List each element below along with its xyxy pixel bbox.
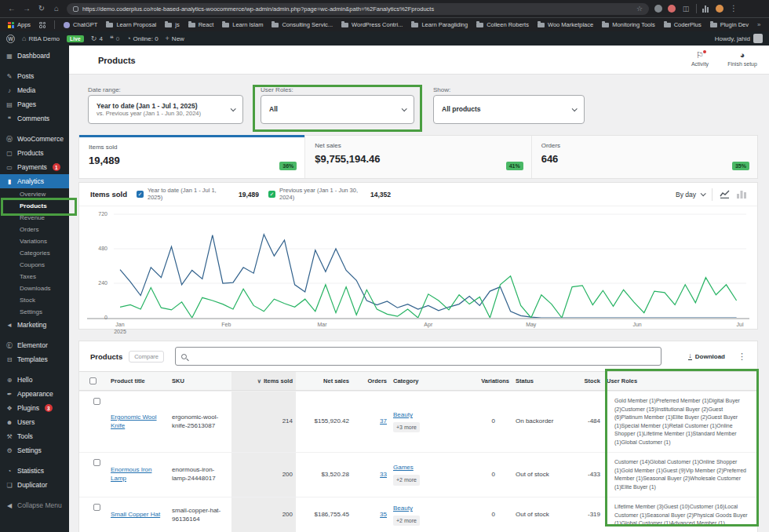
show-select[interactable]: All products bbox=[433, 95, 585, 124]
column-header-net-sales[interactable]: Net sales bbox=[296, 372, 352, 390]
address-bar[interactable]: https://demo.coderplus.co/role-based-ana… bbox=[67, 3, 649, 15]
legend-previous-period[interactable]: ✓ Previous year (Jan 1 - Jun 30, 2024) 1… bbox=[268, 188, 391, 201]
summary-card-items-sold[interactable]: Items sold 19,489 36% bbox=[79, 135, 304, 178]
sidebar-item-elementor[interactable]: ⒺElementor bbox=[0, 338, 69, 352]
bookmark-js[interactable]: js bbox=[165, 21, 179, 28]
summary-card-net-sales[interactable]: Net sales $9,755,194.46 41% bbox=[304, 135, 530, 178]
column-header-product-title[interactable]: Product title bbox=[108, 372, 169, 390]
sidebar-item-templates[interactable]: ⊟Templates bbox=[0, 352, 69, 366]
product-title-link[interactable]: Small Copper Hat bbox=[111, 511, 160, 519]
account-menu[interactable]: Howdy, jahid bbox=[715, 34, 763, 43]
submenu-item-downloads[interactable]: Downloads bbox=[0, 282, 69, 294]
extensions-icon[interactable]: ◫ bbox=[681, 4, 691, 13]
bookmarks-overflow-chevron[interactable]: » bbox=[757, 21, 760, 28]
user-roles-select[interactable]: All bbox=[261, 95, 414, 124]
browser-menu-icon[interactable]: ⋮ bbox=[729, 0, 738, 17]
bookmark-learn-paragliding[interactable]: Learn Paragliding bbox=[411, 21, 468, 28]
sidebar-item-analytics[interactable]: ▮Analytics bbox=[0, 174, 69, 188]
table-menu-icon[interactable]: ⋮ bbox=[738, 352, 746, 362]
column-header-stock[interactable]: Stock bbox=[566, 372, 603, 390]
sidebar-item-posts[interactable]: ✎Posts bbox=[0, 69, 69, 83]
download-button[interactable]: ↓ Download bbox=[688, 352, 725, 360]
category-link[interactable]: Beauty bbox=[393, 505, 413, 513]
home-icon[interactable]: ⌂ bbox=[52, 0, 61, 17]
submenu-item-variations[interactable]: Variations bbox=[0, 235, 69, 247]
submenu-item-categories[interactable]: Categories bbox=[0, 247, 69, 259]
column-header-status[interactable]: Status bbox=[512, 372, 566, 390]
orders-link[interactable]: 35 bbox=[380, 511, 387, 519]
product-search-input[interactable] bbox=[175, 347, 661, 366]
orders-link[interactable]: 33 bbox=[380, 471, 387, 479]
row-checkbox[interactable] bbox=[93, 459, 100, 466]
bookmark-woo-marketplace[interactable]: Woo Marketplace bbox=[538, 21, 593, 28]
sidebar-item-statistics[interactable]: ◔Statistics bbox=[0, 464, 69, 478]
sidebar-item-appearance[interactable]: ✒Appearance bbox=[0, 387, 69, 401]
category-link[interactable]: Games bbox=[393, 464, 414, 472]
bookmark-learn-proposal[interactable]: Learn Proposal bbox=[106, 21, 156, 28]
bookmark-learn-islam[interactable]: Learn Islam bbox=[222, 21, 263, 28]
sidebar-item-woocommerce[interactable]: ⓌWooCommerce bbox=[0, 132, 69, 146]
sidebar-item-products[interactable]: ▢Products bbox=[0, 146, 69, 160]
bookmark-wordpress-contri[interactable]: WordPress Contri... bbox=[341, 21, 403, 28]
bookmark-plugin-dev[interactable]: Plugin Dev bbox=[710, 21, 749, 28]
bookmark-react[interactable]: React bbox=[188, 21, 214, 28]
bookmark-item[interactable] bbox=[39, 22, 46, 28]
submenu-item-stock[interactable]: Stock bbox=[0, 294, 69, 306]
chart-plot-area[interactable]: 0240480720 Jan2025FebMarAprMayJunJul bbox=[79, 206, 757, 329]
sidebar-item-collapse-menu[interactable]: ◀Collapse Menu bbox=[0, 498, 69, 512]
comments-menu[interactable]: ❝ 0 bbox=[110, 35, 119, 42]
bookmark-colleen-roberts[interactable]: Colleen Roberts bbox=[476, 21, 529, 28]
row-checkbox[interactable] bbox=[93, 398, 100, 405]
category-more-chip[interactable]: +3 more bbox=[393, 422, 420, 432]
checkbox-checked-icon[interactable]: ✓ bbox=[268, 191, 275, 198]
site-name-menu[interactable]: ⌂ RBA Demo bbox=[22, 35, 60, 42]
reload-icon[interactable]: ↻ bbox=[37, 0, 46, 17]
extension-icon-pink[interactable] bbox=[668, 5, 676, 13]
legend-current-period[interactable]: ✓ Year to date (Jan 1 - Jul 1, 2025) 19,… bbox=[137, 188, 259, 201]
column-header-items-sold[interactable]: ∨Items sold bbox=[231, 372, 296, 390]
row-checkbox[interactable] bbox=[93, 504, 100, 511]
column-header-variations[interactable]: Variations bbox=[459, 372, 512, 390]
sidebar-item-tools[interactable]: ⚒Tools bbox=[0, 429, 69, 443]
column-header-checkbox[interactable] bbox=[86, 372, 108, 390]
sidebar-item-hello[interactable]: ⊕Hello bbox=[0, 373, 69, 387]
new-content-menu[interactable]: + New bbox=[166, 35, 184, 42]
updates-menu[interactable]: ↻ 4 bbox=[91, 35, 103, 42]
column-header-sku[interactable]: SKU bbox=[169, 372, 231, 390]
wordpress-logo-icon[interactable]: W bbox=[6, 35, 15, 43]
date-range-select[interactable]: Year to date (Jan 1 - Jul 1, 2025) vs. P… bbox=[88, 95, 243, 124]
bookmark-chatgpt[interactable]: ChatGPT bbox=[64, 21, 97, 28]
orders-link[interactable]: 37 bbox=[380, 417, 387, 426]
category-link[interactable]: Beauty bbox=[393, 411, 413, 420]
select-all-checkbox[interactable] bbox=[89, 377, 97, 384]
online-menu[interactable]: ◔ Online: 0 bbox=[126, 35, 158, 42]
bar-chart-toggle-icon[interactable] bbox=[737, 190, 746, 199]
bookmark-star-icon[interactable]: ☆ bbox=[636, 5, 643, 13]
category-more-chip[interactable]: +2 more bbox=[393, 475, 420, 485]
site-info-icon[interactable] bbox=[73, 6, 78, 12]
submenu-item-coupons[interactable]: Coupons bbox=[0, 259, 69, 271]
profile-avatar[interactable] bbox=[716, 5, 723, 13]
product-title-link[interactable]: Enormous Iron Lamp bbox=[111, 466, 166, 483]
sidebar-item-users[interactable]: ☻Users bbox=[0, 415, 69, 429]
bookmark-coderplus[interactable]: CoderPlus bbox=[664, 21, 702, 28]
sidebar-item-dashboard[interactable]: ▦Dashboard bbox=[0, 49, 69, 63]
sidebar-item-payments[interactable]: ▭Payments1 bbox=[0, 160, 69, 174]
submenu-item-products[interactable]: Products bbox=[0, 200, 69, 212]
submenu-item-revenue[interactable]: Revenue bbox=[0, 212, 69, 224]
product-title-link[interactable]: Ergonomic Wool Knife bbox=[111, 414, 166, 431]
sidebar-item-plugins[interactable]: ❖Plugins3 bbox=[0, 401, 69, 415]
checkbox-checked-icon[interactable]: ✓ bbox=[137, 191, 144, 198]
column-header-category[interactable]: Category bbox=[390, 372, 459, 390]
column-header-orders[interactable]: Orders bbox=[352, 372, 390, 390]
category-more-chip[interactable]: +2 more bbox=[393, 516, 420, 526]
sidebar-item-comments[interactable]: ❝Comments bbox=[0, 111, 69, 126]
line-chart-toggle-icon[interactable] bbox=[720, 190, 730, 199]
screenshot-tool-icon[interactable] bbox=[654, 5, 662, 13]
bookmark-monitoring-tools[interactable]: Monitoring Tools bbox=[602, 21, 654, 28]
bookmark-apps[interactable]: Apps bbox=[8, 21, 31, 28]
sidebar-item-marketing[interactable]: ◄Marketing bbox=[0, 318, 69, 332]
sidebar-item-pages[interactable]: ▤Pages bbox=[0, 97, 69, 111]
submenu-item-taxes[interactable]: Taxes bbox=[0, 271, 69, 282]
activity-button[interactable]: ⚐ Activity bbox=[680, 49, 720, 67]
